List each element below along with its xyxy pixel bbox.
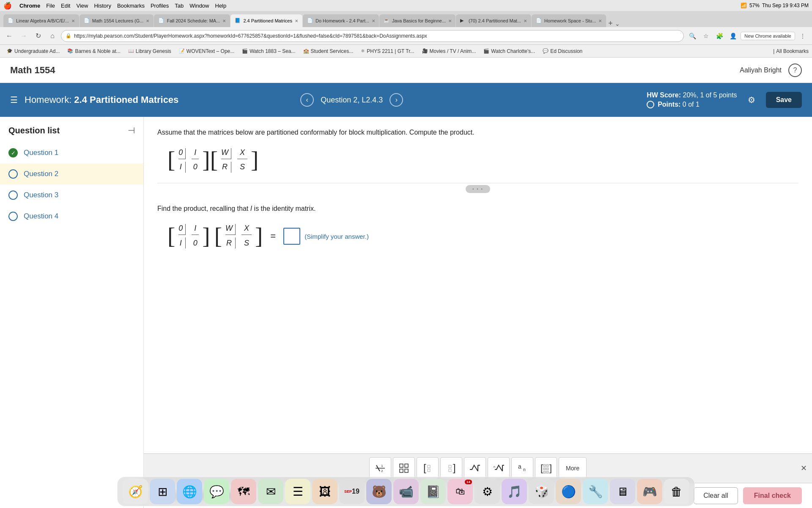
menu-bookmarks[interactable]: Bookmarks [117, 3, 145, 9]
menu-window[interactable]: Window [189, 3, 209, 9]
menu-help[interactable]: Help [215, 3, 227, 9]
home-button[interactable]: ⌂ [47, 30, 58, 42]
bookmark-5[interactable]: 🏫 Student Services... [300, 47, 357, 55]
prev-question-button[interactable]: ‹ [300, 93, 314, 107]
tab-5-close[interactable]: ✕ [372, 19, 375, 23]
tab-7[interactable]: ▶ (70) 2.4 Partitioned Mat... ✕ [456, 14, 531, 27]
menu-view[interactable]: View [76, 3, 88, 9]
forward-button[interactable]: → [18, 30, 30, 42]
dock-spotify[interactable]: 🎵 [502, 479, 527, 504]
menu-edit[interactable]: Edit [61, 3, 70, 9]
bookmark-1[interactable]: 📚 Barnes & Noble at... [64, 47, 123, 55]
tab-3[interactable]: 📄 Fall 2024 Schedule: MA... ✕ [154, 14, 230, 27]
next-question-button[interactable]: › [390, 93, 403, 107]
tab-2[interactable]: 📄 Math 1554 Lectures (G... ✕ [80, 14, 154, 27]
final-check-button[interactable]: Final check [743, 487, 802, 504]
help-button[interactable]: ? [788, 64, 802, 77]
profile-icon[interactable]: 👤 [727, 30, 739, 42]
dock-facetime[interactable]: 📹 [393, 479, 419, 504]
tab-4-active[interactable]: 📘 2.4 Partitioned Matrices ✕ [230, 14, 302, 27]
app-name[interactable]: Chrome [19, 3, 40, 9]
dock-mail[interactable]: ✉ [258, 479, 283, 504]
bookmarks-all-label: | All Bookmarks [773, 48, 809, 54]
bookmark-7[interactable]: 🎥 Movies / TV / Anim... [419, 47, 480, 55]
search-icon[interactable]: 🔍 [686, 30, 698, 42]
menu-tab[interactable]: Tab [175, 3, 184, 9]
matrix-full-button[interactable]: [ ] [535, 457, 557, 479]
fraction-button[interactable]: 12 [369, 457, 391, 479]
back-button[interactable]: ← [3, 30, 15, 42]
tab-7-close[interactable]: ✕ [524, 19, 527, 23]
new-tab-button[interactable]: + [608, 19, 613, 27]
drag-handle-area[interactable]: • • • [157, 183, 798, 195]
dock-maps[interactable]: 🗺 [231, 479, 256, 504]
dock-ea[interactable]: 🎮 [637, 479, 662, 504]
matrix-left-button[interactable]: [ [417, 457, 439, 479]
address-bar[interactable]: 🔒 https://mylab.pearson.com/Student/Play… [61, 30, 684, 42]
tab-3-close[interactable]: ✕ [222, 19, 226, 23]
tab-8[interactable]: 📄 Homework Space - Stu... ✕ [532, 14, 606, 27]
menu-history[interactable]: History [94, 3, 111, 9]
dock-bear[interactable]: 🐻 [366, 479, 392, 504]
star-icon[interactable]: ☆ [700, 30, 712, 42]
bookmark-4[interactable]: 🎬 Watch 1883 – Sea... [239, 47, 299, 55]
question-item-1[interactable]: ✓ Question 1 [0, 142, 143, 163]
clear-all-button[interactable]: Clear all [694, 487, 738, 504]
collapse-sidebar-button[interactable]: ⊣ [128, 125, 135, 135]
dock-preview[interactable]: 🖥 [610, 479, 635, 504]
dock-finder[interactable]: 🧭 [123, 479, 148, 504]
bookmark-9[interactable]: 💬 Ed Discussion [539, 47, 586, 55]
bookmark-0[interactable]: 🎓 Undergraduate Ad... [3, 47, 63, 55]
dock-appstore[interactable]: 🛍 14 [447, 479, 473, 504]
nth-root-button[interactable]: n [488, 457, 510, 479]
all-bookmarks[interactable]: All Bookmarks [776, 48, 809, 54]
new-chrome-badge[interactable]: New Chrome available [741, 32, 795, 40]
tab-expand-button[interactable]: ⌄ [615, 20, 620, 27]
dock-photos[interactable]: 🖼 [312, 479, 337, 504]
drag-handle[interactable]: • • • [466, 185, 490, 193]
dock-reminders[interactable]: ☰ [285, 479, 310, 504]
dock-roblox[interactable]: 🎲 [529, 479, 554, 504]
matrix-right-button[interactable]: ] [440, 457, 462, 479]
tab-6[interactable]: ☕ Java Basics for Beginne... ✕ [379, 14, 455, 27]
more-button[interactable]: More [559, 457, 587, 479]
menu-profiles[interactable]: Profiles [151, 3, 169, 9]
tab-1-close[interactable]: ✕ [71, 19, 75, 23]
tab-1[interactable]: 📄 Linear Algebra A/B/C/E/... ✕ [3, 14, 79, 27]
tab-4-close[interactable]: ✕ [295, 19, 298, 23]
tab-8-close[interactable]: ✕ [598, 19, 602, 23]
bookmark-2[interactable]: 📖 Library Genesis [125, 47, 175, 55]
dock-safari[interactable]: 🌐 [177, 479, 202, 504]
bookmark-3[interactable]: 📝 WOVENText – Ope... [176, 47, 238, 55]
bookmark-8[interactable]: 🎬 Watch Charlotte's... [480, 47, 538, 55]
answer-input-box[interactable] [283, 228, 300, 245]
extensions-icon[interactable]: 🧩 [713, 30, 725, 42]
menu-file[interactable]: File [46, 3, 55, 9]
save-button[interactable]: Save [766, 92, 802, 108]
settings-button[interactable]: ⚙ [744, 92, 759, 108]
subscript-button[interactable]: an [511, 457, 533, 479]
hamburger-icon[interactable]: ☰ [10, 95, 18, 105]
tab-2-close[interactable]: ✕ [146, 19, 149, 23]
dock-trash[interactable]: 🗑 [664, 479, 689, 504]
menu-dots-button[interactable]: ⋮ [797, 30, 809, 42]
apple-menu[interactable]: 🍎 [3, 2, 12, 10]
question-item-4[interactable]: Question 4 [0, 206, 143, 227]
bookmark-6[interactable]: ⚛ PHYS 2211 | GT Tr... [357, 47, 417, 55]
dock-chrome[interactable]: 🔵 [556, 479, 581, 504]
math-toolbar-close-button[interactable]: ✕ [801, 464, 807, 473]
ans-matrix-a-left: [ [167, 226, 175, 246]
dock-messages[interactable]: 💬 [204, 479, 229, 504]
sqrt-button[interactable] [464, 457, 486, 479]
matrix-2x2-button[interactable] [393, 457, 415, 479]
dock-launchpad[interactable]: ⊞ [150, 479, 175, 504]
question-item-3[interactable]: Question 3 [0, 185, 143, 206]
dock-intellij[interactable]: 🔧 [583, 479, 608, 504]
tab-6-close[interactable]: ✕ [448, 19, 452, 23]
reload-button[interactable]: ↻ [32, 30, 44, 42]
question-item-2[interactable]: Question 2 [0, 163, 143, 185]
dock-notes[interactable]: 📓 [420, 479, 446, 504]
tab-5[interactable]: 📄 Do Homework - 2.4 Part... ✕ [303, 14, 379, 27]
dock-calendar[interactable]: SEP 19 [339, 479, 365, 504]
dock-system-prefs[interactable]: ⚙ [475, 479, 500, 504]
